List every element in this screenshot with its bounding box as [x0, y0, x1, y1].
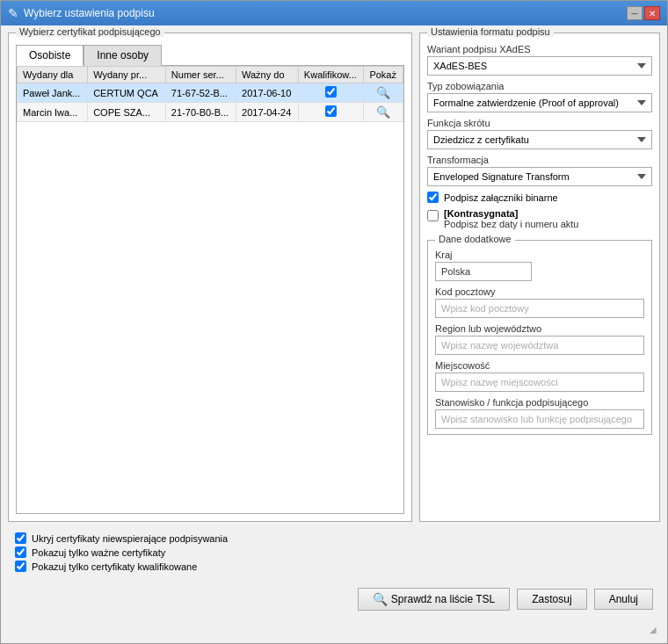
- kontrasygnata-row: [Kontrasygnata] Podpisz bez daty i numer…: [427, 208, 652, 229]
- kontrasygnata-label: [Kontrasygnata]: [444, 208, 518, 219]
- checkbox-wazne[interactable]: [15, 546, 26, 558]
- transform-label: Transformacja: [427, 155, 652, 165]
- checkbox-kwalif[interactable]: [15, 561, 26, 572]
- podpisz-zalaczniki-checkbox[interactable]: [427, 192, 439, 203]
- kod-input[interactable]: [435, 299, 644, 318]
- zastosuj-button[interactable]: Zastosuj: [517, 589, 586, 610]
- checkbox-kwalif-row: Pokazuj tylko certyfikaty kwalifikowane: [15, 561, 653, 572]
- funkcja-select[interactable]: Dziedzicz z certyfikatuSHA-1SHA-256: [427, 130, 652, 149]
- kod-label: Kod pocztowy: [435, 286, 644, 297]
- panels-row: Wybierz certyfikat podpisującego Osobist…: [8, 33, 660, 522]
- typ-select[interactable]: Formalne zatwierdzenie (Proof of approva…: [427, 93, 652, 112]
- dane-dodatkowe-content: Kraj Polska Kod pocztowy Region lub woje…: [435, 246, 644, 429]
- title-bar: ✎ Wybierz ustawienia podpisu ─ ✕: [1, 1, 667, 25]
- cell-kwalifikow: [298, 83, 364, 103]
- col-numer-serii: Numer ser...: [165, 67, 236, 83]
- cell-wazny_do: 2017-04-24: [236, 103, 299, 122]
- checkbox-kwalif-label[interactable]: Pokazuj tylko certyfikaty kwalifikowane: [32, 561, 197, 572]
- kod-group: Kod pocztowy: [435, 286, 644, 318]
- cell-wydany_przez: CERTUM QCA: [88, 83, 166, 103]
- checkbox-ukryj-label[interactable]: Ukryj certyfikaty niewspierające podpisy…: [32, 533, 228, 544]
- table-header-row: Wydany dla Wydany pr... Numer ser... Waż…: [18, 67, 403, 83]
- tab-other[interactable]: Inne osoby: [84, 45, 162, 66]
- cell-pokaz[interactable]: 🔍: [364, 103, 403, 122]
- tsl-button[interactable]: 🔍 Sprawdź na liście TSL: [358, 588, 511, 611]
- stanowisko-label: Stanowisko / funkcja podpisującego: [435, 397, 644, 408]
- cell-wydany_dla: Marcin Iwa...: [18, 103, 88, 122]
- dane-dodatkowe-title: Dane dodatkowe: [435, 234, 515, 244]
- typ-label: Typ zobowiązania: [427, 81, 652, 91]
- search-icon[interactable]: 🔍: [376, 105, 390, 119]
- miejscowosc-label: Miejscowość: [435, 360, 644, 371]
- kraj-label: Kraj: [435, 250, 644, 260]
- cell-numer_serii: 21-70-B0-B...: [165, 103, 236, 122]
- kontrasygnata-checkbox[interactable]: [427, 210, 439, 221]
- region-group: Region lub województwo: [435, 323, 644, 355]
- col-wydany-przez: Wydany pr...: [88, 67, 166, 83]
- table-row[interactable]: Paweł Jank...CERTUM QCA71-67-52-B...2017…: [18, 83, 403, 103]
- typ-group: Typ zobowiązania Formalne zatwierdzenie …: [427, 81, 652, 112]
- stanowisko-input[interactable]: [435, 409, 644, 429]
- signature-settings-panel: Ustawienia formatu podpisu Wariant podpi…: [419, 33, 660, 522]
- main-content: Wybierz certyfikat podpisującego Osobist…: [1, 25, 667, 643]
- cell-pokaz[interactable]: 🔍: [364, 83, 403, 103]
- tsl-icon: 🔍: [373, 592, 388, 606]
- bottom-buttons: 🔍 Sprawdź na liście TSL Zastosuj Anuluj: [8, 582, 660, 618]
- resize-handle: ◢: [8, 623, 660, 636]
- close-button[interactable]: ✕: [644, 6, 660, 20]
- transform-select[interactable]: Enveloped Signature TransformNone: [427, 167, 652, 186]
- certificate-panel-title: Wybierz certyfikat podpisującego: [16, 26, 164, 37]
- window-controls: ─ ✕: [627, 6, 660, 20]
- main-window: ✎ Wybierz ustawienia podpisu ─ ✕ Wybierz…: [0, 0, 668, 644]
- funkcja-group: Funkcja skrótu Dziedzicz z certyfikatuSH…: [427, 118, 652, 149]
- certificate-table-container: Wydany dla Wydany pr... Numer ser... Waż…: [16, 65, 404, 514]
- podpisz-zalaczniki-row: Podpisz załączniki binarne: [427, 192, 652, 203]
- search-icon[interactable]: 🔍: [376, 86, 390, 99]
- dane-dodatkowe-group: Dane dodatkowe Kraj Polska Kod pocztowy: [427, 240, 652, 435]
- kwalifikow-checkbox[interactable]: [325, 105, 337, 117]
- kraj-input[interactable]: Polska: [435, 262, 532, 281]
- table-row[interactable]: Marcin Iwa...COPE SZA...21-70-B0-B...201…: [18, 103, 403, 122]
- col-wydany-dla: Wydany dla: [18, 67, 88, 83]
- kwalifikow-checkbox[interactable]: [325, 86, 337, 98]
- minimize-button[interactable]: ─: [627, 6, 643, 20]
- xades-label: Wariant podpisu XAdES: [427, 44, 652, 54]
- bottom-checkboxes: Ukryj certyfikaty niewspierające podpisy…: [8, 527, 660, 577]
- xades-group: Wariant podpisu XAdES XAdES-BESXAdES-TXA…: [427, 44, 652, 76]
- kraj-group: Kraj Polska: [435, 250, 644, 281]
- tab-personal[interactable]: Osobiste: [16, 45, 84, 66]
- col-kwalifikow: Kwalifikow...: [298, 67, 364, 83]
- miejscowosc-group: Miejscowość: [435, 360, 644, 392]
- checkbox-wazne-row: Pokazuj tylko ważne certyfikaty: [15, 546, 653, 558]
- window-title: Wybierz ustawienia podpisu: [24, 7, 155, 19]
- xades-select[interactable]: XAdES-BESXAdES-TXAdES-CXAdES-X: [427, 56, 652, 76]
- kontrasygnata-text: [Kontrasygnata] Podpisz bez daty i numer…: [444, 208, 578, 229]
- tabs-container: Osobiste Inne osoby: [16, 44, 404, 65]
- checkbox-ukryj-row: Ukryj certyfikaty niewspierające podpisy…: [15, 532, 653, 544]
- funkcja-label: Funkcja skrótu: [427, 118, 652, 128]
- checkbox-ukryj[interactable]: [15, 532, 26, 544]
- region-input[interactable]: [435, 336, 644, 355]
- kontrasygnata-sublabel: Podpisz bez daty i numeru aktu: [444, 219, 578, 229]
- anuluj-button[interactable]: Anuluj: [594, 589, 653, 610]
- tsl-label: Sprawdź na liście TSL: [391, 593, 496, 605]
- cell-wazny_do: 2017-06-10: [236, 83, 299, 103]
- cell-wydany_dla: Paweł Jank...: [18, 83, 88, 103]
- certificate-table: Wydany dla Wydany pr... Numer ser... Waż…: [17, 66, 403, 122]
- col-wazny-do: Ważny do: [236, 67, 299, 83]
- miejscowosc-input[interactable]: [435, 373, 644, 392]
- transform-group: Transformacja Enveloped Signature Transf…: [427, 155, 652, 186]
- cell-kwalifikow: [298, 103, 364, 122]
- signature-form: Wariant podpisu XAdES XAdES-BESXAdES-TXA…: [427, 44, 652, 514]
- certificate-panel: Wybierz certyfikat podpisującego Osobist…: [8, 33, 412, 522]
- podpisz-zalaczniki-label[interactable]: Podpisz załączniki binarne: [444, 192, 558, 203]
- checkbox-wazne-label[interactable]: Pokazuj tylko ważne certyfikaty: [32, 547, 165, 558]
- window-icon: ✎: [8, 6, 18, 20]
- region-label: Region lub województwo: [435, 323, 644, 334]
- signature-settings-title: Ustawienia formatu podpisu: [427, 26, 554, 37]
- cell-wydany_przez: COPE SZA...: [88, 103, 166, 122]
- cell-numer_serii: 71-67-52-B...: [165, 83, 236, 103]
- stanowisko-group: Stanowisko / funkcja podpisującego: [435, 397, 644, 429]
- col-pokaz: Pokaż: [364, 67, 403, 83]
